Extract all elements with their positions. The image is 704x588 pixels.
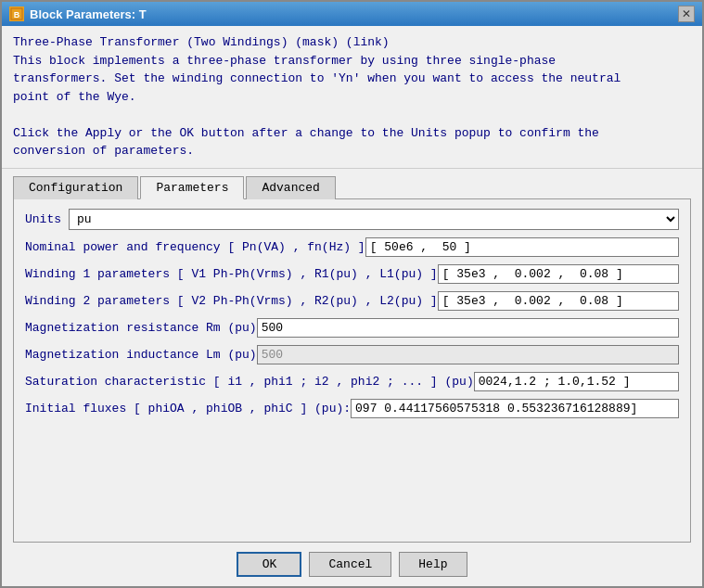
- saturation-input[interactable]: [474, 372, 679, 391]
- mag-inductance-input[interactable]: [257, 345, 679, 364]
- desc-line6: Click the Apply or the OK button after a…: [13, 124, 691, 143]
- saturation-row: Saturation characteristic [ i1 , phi1 ; …: [25, 372, 679, 391]
- units-row: Units pu SI: [25, 209, 679, 230]
- nominal-power-row: Nominal power and frequency [ Pn(VA) , f…: [25, 237, 679, 257]
- window-icon: B: [9, 6, 24, 21]
- tabs: Configuration Parameters Advanced: [13, 176, 691, 199]
- title-bar: B Block Parameters: T ✕: [2, 2, 702, 26]
- tab-parameters[interactable]: Parameters: [140, 176, 244, 199]
- mag-inductance-row: Magnetization inductance Lm (pu): [25, 345, 679, 364]
- tabs-container: Configuration Parameters Advanced Units …: [2, 169, 702, 543]
- desc-line4: point of the Wye.: [13, 88, 691, 107]
- svg-text:B: B: [14, 10, 20, 19]
- help-button[interactable]: Help: [399, 552, 467, 577]
- winding2-input[interactable]: [438, 291, 679, 311]
- tab-configuration[interactable]: Configuration: [13, 176, 138, 199]
- desc-line5: [13, 106, 691, 124]
- close-button[interactable]: ✕: [678, 6, 695, 22]
- desc-line1: Three-Phase Transformer (Two Windings) (…: [13, 33, 691, 52]
- desc-line2: This block implements a three-phase tran…: [13, 52, 691, 70]
- description-area: Three-Phase Transformer (Two Windings) (…: [2, 26, 702, 169]
- units-select[interactable]: pu SI: [69, 209, 679, 230]
- ok-button[interactable]: OK: [237, 552, 301, 577]
- units-label: Units: [25, 212, 61, 226]
- winding2-row: Winding 2 parameters [ V2 Ph-Ph(Vrms) , …: [25, 291, 679, 311]
- bottom-buttons: OK Cancel Help: [2, 543, 702, 586]
- initial-fluxes-input[interactable]: [351, 399, 679, 418]
- initial-fluxes-label: Initial fluxes [ phiOA , phiOB , phiC ] …: [25, 402, 351, 415]
- window-title: Block Parameters: T: [30, 7, 147, 21]
- dialog-window: B Block Parameters: T ✕ Three-Phase Tran…: [0, 0, 704, 588]
- desc-line7: conversion of parameters.: [13, 142, 691, 160]
- cancel-button[interactable]: Cancel: [309, 552, 391, 577]
- nominal-power-label: Nominal power and frequency [ Pn(VA) , f…: [25, 240, 365, 254]
- title-bar-left: B Block Parameters: T: [9, 6, 147, 21]
- mag-inductance-label: Magnetization inductance Lm (pu): [25, 348, 257, 362]
- mag-resistance-row: Magnetization resistance Rm (pu): [25, 318, 679, 338]
- tab-content-parameters: Units pu SI Nominal power and frequency …: [13, 198, 691, 543]
- desc-line3: transformers. Set the winding connection…: [13, 70, 691, 88]
- winding1-input[interactable]: [438, 264, 679, 284]
- tab-advanced[interactable]: Advanced: [246, 176, 335, 199]
- nominal-power-input[interactable]: [365, 237, 679, 257]
- initial-fluxes-row: Initial fluxes [ phiOA , phiOB , phiC ] …: [25, 399, 679, 418]
- mag-resistance-label: Magnetization resistance Rm (pu): [25, 321, 257, 335]
- winding1-row: Winding 1 parameters [ V1 Ph-Ph(Vrms) , …: [25, 264, 679, 284]
- winding1-label: Winding 1 parameters [ V1 Ph-Ph(Vrms) , …: [25, 267, 438, 281]
- winding2-label: Winding 2 parameters [ V2 Ph-Ph(Vrms) , …: [25, 294, 438, 308]
- saturation-label: Saturation characteristic [ i1 , phi1 ; …: [25, 375, 474, 389]
- mag-resistance-input[interactable]: [257, 318, 679, 338]
